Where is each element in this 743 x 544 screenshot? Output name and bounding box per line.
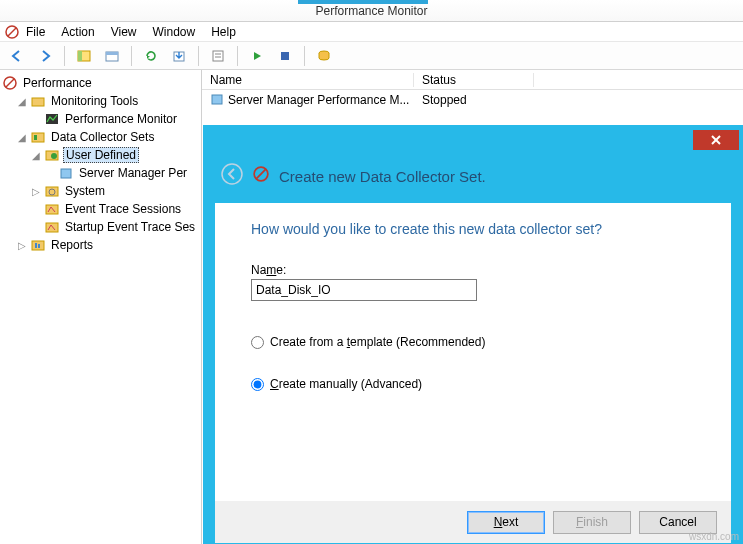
svg-rect-17 xyxy=(34,135,37,140)
finish-button: Finish xyxy=(553,511,631,534)
tree-node-data-collector-sets[interactable]: ◢ Data Collector Sets xyxy=(2,128,199,146)
start-button[interactable] xyxy=(246,45,268,67)
system-icon xyxy=(44,183,60,199)
collector-set-icon xyxy=(58,165,74,181)
refresh-button[interactable] xyxy=(140,45,162,67)
tree-node-system[interactable]: ▷ System xyxy=(2,182,199,200)
tree-node-perfmon[interactable]: Performance Monitor xyxy=(2,110,199,128)
wizard-button-bar: Next Finish Cancel xyxy=(215,501,731,543)
trace-icon xyxy=(44,201,60,217)
close-icon xyxy=(710,134,722,146)
toolbar-separator xyxy=(198,46,199,66)
new-window-button[interactable] xyxy=(101,45,123,67)
tree-node-server-manager-perf[interactable]: Server Manager Per xyxy=(2,164,199,182)
toolbar-separator xyxy=(237,46,238,66)
wizard-header: Create new Data Collector Set. xyxy=(203,155,743,203)
tree-node-performance[interactable]: Performance xyxy=(2,74,199,92)
toolbar-separator xyxy=(64,46,65,66)
row-status: Stopped xyxy=(414,93,534,107)
svg-rect-5 xyxy=(106,52,118,55)
trace-icon xyxy=(44,219,60,235)
titlebar-accent xyxy=(298,0,428,4)
menu-help[interactable]: Help xyxy=(211,25,236,39)
menu-file[interactable]: File xyxy=(26,25,45,39)
svg-point-19 xyxy=(51,153,57,159)
radio-manual-input[interactable] xyxy=(251,378,264,391)
wizard-body: How would you like to create this new da… xyxy=(215,203,731,501)
chart-icon xyxy=(44,111,60,127)
svg-rect-7 xyxy=(213,51,223,61)
window-titlebar: Performance Monitor xyxy=(0,0,743,22)
svg-rect-3 xyxy=(78,51,82,61)
dcs-icon xyxy=(30,129,46,145)
create-dcs-wizard: Create new Data Collector Set. How would… xyxy=(203,125,743,544)
radio-create-manually[interactable]: Create manually (Advanced) xyxy=(251,377,695,391)
tree-label: Performance xyxy=(21,76,94,90)
svg-line-13 xyxy=(6,79,14,87)
tree-label: System xyxy=(63,184,107,198)
collapse-icon[interactable]: ◢ xyxy=(16,96,28,107)
show-hide-tree-button[interactable] xyxy=(73,45,95,67)
nav-back-button[interactable] xyxy=(6,45,28,67)
tree-label: Monitoring Tools xyxy=(49,94,140,108)
tree-label: Reports xyxy=(49,238,95,252)
tree-node-monitoring-tools[interactable]: ◢ Monitoring Tools xyxy=(2,92,199,110)
stop-button[interactable] xyxy=(274,45,296,67)
column-header-name[interactable]: Name xyxy=(202,73,414,87)
tree-node-startup-event-trace[interactable]: Startup Event Trace Ses xyxy=(2,218,199,236)
perfmon-app-icon xyxy=(253,166,269,186)
svg-rect-10 xyxy=(281,52,289,60)
wizard-title: Create new Data Collector Set. xyxy=(279,168,486,185)
toolbar-separator xyxy=(131,46,132,66)
svg-rect-27 xyxy=(38,244,40,248)
perfmon-app-icon xyxy=(2,75,18,91)
expand-icon[interactable]: ▷ xyxy=(30,186,42,197)
list-header: Name Status xyxy=(202,70,743,90)
menu-bar: File Action View Window Help xyxy=(0,22,743,42)
svg-rect-23 xyxy=(46,205,58,214)
svg-rect-20 xyxy=(61,169,71,178)
watermark: wsxdn.com xyxy=(689,531,739,542)
navigation-tree[interactable]: Performance ◢ Monitoring Tools Performan… xyxy=(0,70,202,544)
svg-rect-16 xyxy=(32,133,44,142)
svg-rect-24 xyxy=(46,223,58,232)
radio-template-input[interactable] xyxy=(251,336,264,349)
folder-tools-icon xyxy=(30,93,46,109)
menu-window[interactable]: Window xyxy=(153,25,196,39)
tree-node-event-trace-sessions[interactable]: Event Trace Sessions xyxy=(2,200,199,218)
user-defined-icon xyxy=(44,147,60,163)
radio-create-from-template[interactable]: Create from a template (Recommended) xyxy=(251,335,695,349)
collector-set-icon xyxy=(210,92,224,109)
nav-forward-button[interactable] xyxy=(34,45,56,67)
tree-label: Server Manager Per xyxy=(77,166,189,180)
expand-icon[interactable]: ▷ xyxy=(16,240,28,251)
reports-icon xyxy=(30,237,46,253)
next-button[interactable]: Next xyxy=(467,511,545,534)
svg-line-1 xyxy=(8,28,16,36)
name-label: Name: xyxy=(251,263,695,277)
dcs-name-input[interactable] xyxy=(251,279,477,301)
tree-label: Startup Event Trace Ses xyxy=(63,220,197,234)
column-header-status[interactable]: Status xyxy=(414,73,534,87)
data-manager-button[interactable] xyxy=(313,45,335,67)
wizard-titlebar[interactable] xyxy=(203,125,743,155)
tree-label: Event Trace Sessions xyxy=(63,202,183,216)
tree-node-reports[interactable]: ▷ Reports xyxy=(2,236,199,254)
export-button[interactable] xyxy=(168,45,190,67)
collapse-icon[interactable]: ◢ xyxy=(30,150,42,161)
svg-rect-14 xyxy=(32,98,44,106)
svg-line-33 xyxy=(256,169,265,178)
toolbar xyxy=(0,42,743,70)
tree-label: Data Collector Sets xyxy=(49,130,156,144)
tree-node-user-defined[interactable]: ◢ User Defined xyxy=(2,146,199,164)
close-button[interactable] xyxy=(693,130,739,150)
row-name: Server Manager Performance M... xyxy=(228,93,409,107)
tree-label: User Defined xyxy=(63,147,139,163)
svg-rect-28 xyxy=(212,95,222,104)
properties-button[interactable] xyxy=(207,45,229,67)
menu-action[interactable]: Action xyxy=(61,25,94,39)
collapse-icon[interactable]: ◢ xyxy=(16,132,28,143)
menu-view[interactable]: View xyxy=(111,25,137,39)
window-title: Performance Monitor xyxy=(315,4,427,18)
list-row[interactable]: Server Manager Performance M... Stopped xyxy=(202,90,743,110)
